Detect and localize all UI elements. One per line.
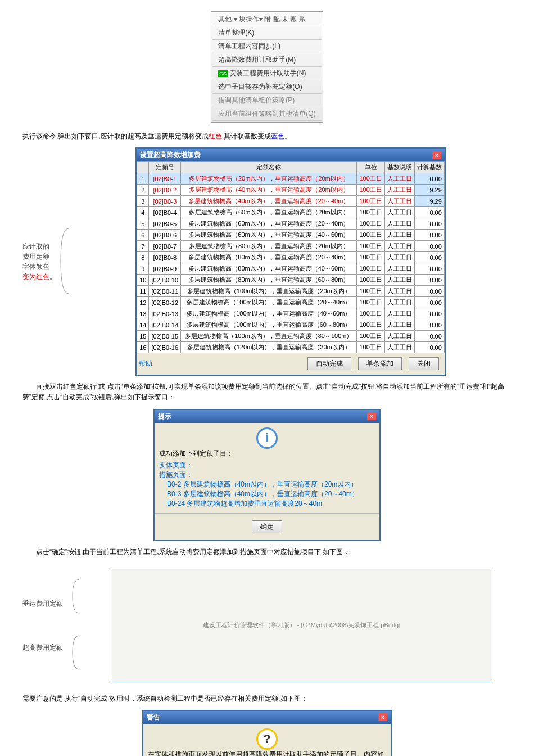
paragraph: 点击“确定”按钮,由于当前工程为清单工程,系统自动将费用定额添加到措施页面中对应… xyxy=(22,547,512,557)
warning-icon: ? xyxy=(256,728,278,750)
side-label: 超高费用定额 xyxy=(22,642,70,652)
quota-table: 定额号定额名称单位基数说明计算基数 1[02]B0-1多层建筑物檐高（20m以内… xyxy=(137,161,445,353)
ok-button[interactable]: 确定 xyxy=(252,520,282,533)
menu-item[interactable]: 安装工程费用计取助手(N) xyxy=(212,67,321,80)
menu-item[interactable]: 清单整理(K) xyxy=(212,26,321,40)
prompt-dialog: 提示 × i 成功添加下列定额子目： 实体页面： 措施页面： B0-2 多层建筑… xyxy=(153,409,381,541)
app-screenshot: 建设工程计价管理软件（学习版） - [C:\Mydata\2008\某装饰工程.… xyxy=(112,569,491,682)
warning-content: 在实体和措施页面发现以前使用超高降效费用计取助手添加的定额子目。内容如下： 实体… xyxy=(148,750,386,756)
table-row[interactable]: 4[02]B0-4多层建筑物檐高（60m以内），垂直运输高度（20m以内）100… xyxy=(137,207,445,218)
table-row[interactable]: 10[02]B0-10多层建筑物檐高（80m以内），垂直运输高度（60～80m）… xyxy=(137,274,445,286)
menu-item[interactable]: 超高降效费用计取助手(M) xyxy=(212,53,321,67)
settings-dialog: 设置超高降效增加费 × 定额号定额名称单位基数说明计算基数 1[02]B0-1多… xyxy=(135,147,446,376)
single-add-button[interactable]: 单条添加 xyxy=(358,357,402,370)
menu-item[interactable]: 选中子目转存为补充定额(O) xyxy=(212,80,321,94)
table-row[interactable]: 1[02]B0-1多层建筑物檐高（20m以内），垂直运输高度（20m以内）100… xyxy=(137,173,445,184)
close-icon[interactable]: × xyxy=(367,412,376,420)
table-row[interactable]: 14[02]B0-14多层建筑物檐高（100m以内），垂直运输高度（60～80m… xyxy=(137,320,445,331)
bracket-icon xyxy=(58,147,70,376)
side-label: 应计取的 费用定额 字体颜色 变为红色。 xyxy=(22,147,58,376)
menu-item-disabled: 借调其他清单组价策略(P) xyxy=(212,94,321,107)
col-header: 定额号 xyxy=(149,162,181,173)
side-label: 垂运费用定额 xyxy=(22,598,70,609)
paragraph: 直接双击红色定额行 或 点击“单条添加”按钮,可实现单条添加该项费用定额到当前选… xyxy=(22,381,512,403)
table-row[interactable]: 11[02]B0-11多层建筑物檐高（100m以内），垂直运输高度（20m以内）… xyxy=(137,286,445,297)
warning-dialog: 警告 × ? 在实体和措施页面发现以前使用超高降效费用计取助手添加的定额子目。内… xyxy=(142,710,392,756)
table-row[interactable]: 5[02]B0-5多层建筑物檐高（60m以内），垂直运输高度（20～40m）10… xyxy=(137,218,445,230)
dialog-title: 设置超高降效增加费 xyxy=(140,150,201,160)
table-row[interactable]: 13[02]B0-13多层建筑物檐高（100m以内），垂直运输高度（40～60m… xyxy=(137,308,445,320)
table-row[interactable]: 15[02]B0-15多层建筑物檐高（100m以内），垂直运输高度（80～100… xyxy=(137,331,445,342)
menu-popup: 其他 ▾ 块操作▾ 附 配 未 账 系 清单整理(K) 清单工程内容同步(L) … xyxy=(211,11,323,123)
menu-item[interactable]: 清单工程内容同步(L) xyxy=(212,40,321,53)
dialog-title: 警告 xyxy=(147,713,160,722)
table-row[interactable]: 8[02]B0-8多层建筑物檐高（80m以内），垂直运输高度（20～40m）10… xyxy=(137,252,445,263)
col-header: 定额名称 xyxy=(181,162,357,173)
instruction-text: 执行该命令,弹出如下窗口,应计取的超高及垂运费用定额将变成红色,其计取基数变成蓝… xyxy=(22,131,512,142)
col-header: 单位 xyxy=(357,162,384,173)
col-header: 计算基数 xyxy=(414,162,444,173)
close-icon[interactable]: × xyxy=(378,713,387,721)
prompt-content: 成功添加下列定额子目： 实体页面： 措施页面： B0-2 多层建筑物檐高（40m… xyxy=(159,449,375,508)
table-row[interactable]: 9[02]B0-9多层建筑物檐高（80m以内），垂直运输高度（40～60m）10… xyxy=(137,263,445,274)
paragraph: 需要注意的是,执行“自动完成”效用时，系统自动检测工程中是否已经存在相关费用定额… xyxy=(22,694,512,704)
col-header: 基数说明 xyxy=(384,162,414,173)
bracket-icon xyxy=(70,563,92,688)
auto-complete-button[interactable]: 自动完成 xyxy=(307,357,351,370)
dialog-title: 提示 xyxy=(158,412,171,421)
close-icon[interactable]: × xyxy=(432,151,441,159)
menu-header: 其他 ▾ 块操作▾ 附 配 未 账 系 xyxy=(212,13,321,26)
col-header xyxy=(137,162,149,173)
help-link[interactable]: 帮助 xyxy=(139,359,152,368)
info-icon: i xyxy=(256,428,278,449)
table-row[interactable]: 2[02]B0-2多层建筑物檐高（40m以内），垂直运输高度（20m以内）100… xyxy=(137,184,445,196)
table-row[interactable]: 6[02]B0-6多层建筑物檐高（60m以内），垂直运输高度（40～60m）10… xyxy=(137,230,445,241)
close-button[interactable]: 关闭 xyxy=(409,357,439,370)
table-row[interactable]: 7[02]B0-7多层建筑物檐高（80m以内），垂直运输高度（20m以内）100… xyxy=(137,241,445,252)
table-row[interactable]: 12[02]B0-12多层建筑物檐高（100m以内），垂直运输高度（20～40m… xyxy=(137,297,445,308)
table-row[interactable]: 3[02]B0-3多层建筑物檐高（40m以内），垂直运输高度（20～40m）10… xyxy=(137,196,445,207)
table-row[interactable]: 16[02]B0-16多层建筑物檐高（120m以内），垂直运输高度（20m以内）… xyxy=(137,342,445,353)
menu-item-disabled: 应用当前组价策略到其他清单(Q) xyxy=(212,107,321,121)
